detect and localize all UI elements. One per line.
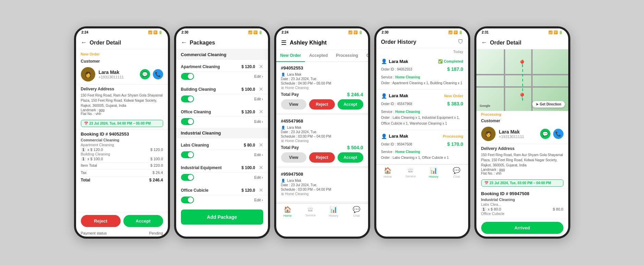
phone-3: 2:24 📶 🛜 🔋 ☰ Ashley Khight New Order Acc…: [274, 26, 370, 239]
edit-link-4[interactable]: Edit ›: [254, 153, 263, 157]
delivery-address-1: 150 Feet Ring Road, Ram Aur Shyam Gola S…: [81, 93, 163, 108]
nav-service-3[interactable]: 🛎 Service: [299, 206, 322, 217]
tab-new-order[interactable]: New Order: [276, 50, 305, 61]
time-1: 2:24: [82, 30, 88, 34]
h-amount-1: $ 187.0: [447, 65, 463, 74]
pkg-name-4: Labs Cleaning: [181, 143, 244, 148]
accept-button-sm-2[interactable]: Accept: [338, 152, 363, 163]
order-status-badge-1: New Order: [81, 52, 163, 56]
payment-status-value: Pending: [149, 231, 163, 235]
history-details-3: Order ID : 95947508 $ 170.0 Service : Ho…: [381, 140, 463, 161]
status-bar-1: 2:24 📶 🛜 🔋: [76, 28, 168, 36]
history-card-3: 👤 Lara Mak Processing Order ID : 9594750…: [376, 130, 468, 165]
filter-icon-4[interactable]: ⛉: [458, 39, 463, 45]
order-meta-1: 👤 Lara Mak: [281, 73, 363, 76]
hamburger-icon[interactable]: ☰: [281, 39, 287, 47]
edit-link-5[interactable]: Edit ›: [254, 175, 263, 179]
accept-button-sm-1[interactable]: Accept: [338, 99, 363, 110]
back-button-5[interactable]: ←: [481, 39, 487, 46]
item-total-value: $ 220.0: [150, 163, 163, 167]
pkg-close-6[interactable]: ✕: [259, 187, 263, 193]
add-package-button[interactable]: Add Package: [181, 210, 263, 225]
nav-home-4[interactable]: 🏠 Home: [376, 167, 399, 178]
header-bar-2: ← Packages: [176, 36, 268, 49]
date-text-1: Date : 23 Jul 2024, Tue.: [281, 77, 317, 81]
signal-icon-5: 📶: [548, 30, 552, 34]
call-button-5[interactable]: 📞: [553, 129, 563, 139]
nav-history-4[interactable]: 📊 History: [422, 167, 445, 178]
toggle-6[interactable]: [181, 197, 194, 203]
pkg-close-2[interactable]: ✕: [259, 86, 263, 92]
status-icons-4: 📶 🛜 🔋: [448, 30, 463, 34]
order-customer-1: Lara Mak: [287, 73, 302, 76]
toggle-1[interactable]: [181, 73, 194, 80]
h-service-link-2[interactable]: Home Cleaning: [395, 110, 420, 114]
edit-link-2[interactable]: Edit ›: [254, 97, 263, 101]
toggle-4[interactable]: [181, 151, 194, 158]
h-service-link-1[interactable]: Home Cleaning: [395, 75, 420, 79]
reject-button-sm-1[interactable]: Reject: [309, 99, 335, 110]
direction-icon: ➤: [536, 102, 538, 106]
h-order-desc-2: Order : Labs Cleaning x 1, Industrial Eq…: [381, 115, 463, 126]
service-icon-4: 🛎: [408, 167, 414, 174]
avatar-5: 👩: [481, 127, 496, 141]
nav-service-4[interactable]: 🛎 Service: [399, 167, 422, 178]
booking-category-1: Commercial Cleaning: [81, 138, 163, 142]
phone-4: 2:30 📶 🛜 🔋 Order History ⛉ Today 👤 Lara …: [374, 26, 470, 239]
toggle-5[interactable]: [181, 174, 194, 181]
toggle-2[interactable]: [181, 96, 194, 102]
status-bar-5: 2:31 📶 🛜 🔋: [476, 28, 568, 36]
toggle-3[interactable]: [181, 118, 194, 125]
nav-chat-3[interactable]: 💬 Chat: [345, 206, 368, 217]
accept-button-1[interactable]: Accept: [123, 215, 163, 227]
edit-link-6[interactable]: Edit ›: [254, 198, 263, 202]
toggle-row-3: Edit ›: [176, 117, 268, 128]
nav-home-3[interactable]: 🏠 Home: [276, 206, 299, 217]
tab-co[interactable]: Co...: [362, 50, 368, 61]
delivery-title-1: Delivery Address: [81, 87, 163, 91]
order-date-3: Date : 23 Jul 2024, Tue.: [281, 183, 363, 187]
wifi-icon-3: 🛜: [353, 30, 357, 34]
view-button-1[interactable]: View: [281, 99, 307, 110]
edit-link-1[interactable]: Edit ›: [254, 74, 263, 78]
h-service-link-3[interactable]: Home Cleaning: [395, 150, 420, 154]
page-title-2: Packages: [190, 40, 215, 46]
nav-history-3[interactable]: 📊 History: [322, 206, 345, 217]
back-button-2[interactable]: ←: [181, 39, 187, 46]
chat-button-5[interactable]: 💬: [540, 129, 550, 139]
view-button-2[interactable]: View: [281, 152, 307, 163]
history-card-1: 👤 Lara Mak ✅ Completed Order ID : 940525…: [376, 55, 468, 90]
arrived-button[interactable]: Arrived: [481, 222, 563, 234]
grid-icon-1: ⊞: [281, 86, 284, 90]
pkg-close-5[interactable]: ✕: [259, 164, 263, 171]
tax-value: $ 26.4: [153, 171, 163, 175]
get-direction-btn[interactable]: ➤ Get Direction: [532, 101, 565, 108]
page-title-4: Order History: [381, 39, 416, 45]
chat-button-1[interactable]: 💬: [140, 69, 150, 79]
pkg-close-4[interactable]: ✕: [259, 142, 263, 148]
nav-chat-4[interactable]: 💬 Chat: [445, 167, 468, 178]
booking-sub-5a: Labs Clea...: [481, 202, 563, 206]
tab-accepted[interactable]: Accepted: [305, 50, 332, 61]
customer-row-5: 👩 Lara Mak +19313011111 💬 📞: [476, 125, 568, 144]
reject-button-1[interactable]: Reject: [81, 215, 121, 227]
pkg-close-3[interactable]: ✕: [259, 109, 263, 115]
tab-processing[interactable]: Processing: [332, 50, 362, 61]
total-value: $ 246.4: [149, 178, 163, 182]
call-button-1[interactable]: 📞: [153, 69, 163, 79]
calendar-icon-1: 📅: [84, 122, 88, 125]
customer-row-1: 👩 Lara Mak +19313011111 💬 📞: [76, 66, 168, 84]
reject-button-sm-2[interactable]: Reject: [309, 152, 335, 163]
h-order-id-label-1: Order ID : 94052553: [381, 66, 412, 72]
history-card-header-3: 👤 Lara Mak Processing: [381, 134, 463, 139]
action-icons-1: 💬 📞: [140, 69, 163, 79]
signal-icon: 📶: [148, 30, 152, 34]
back-button-1[interactable]: ←: [81, 39, 87, 46]
payment-status-label: Payment status: [81, 231, 107, 235]
status-bar-2: 2:30 📶 🛜 🔋: [176, 28, 268, 36]
map-pin-start: 📍: [518, 60, 526, 68]
pkg-close-1[interactable]: ✕: [259, 63, 263, 70]
line-total-2: $ 100.0: [150, 157, 163, 161]
edit-link-3[interactable]: Edit ›: [254, 119, 263, 124]
h-service-row-2: Service : Home Cleaning: [381, 109, 463, 115]
